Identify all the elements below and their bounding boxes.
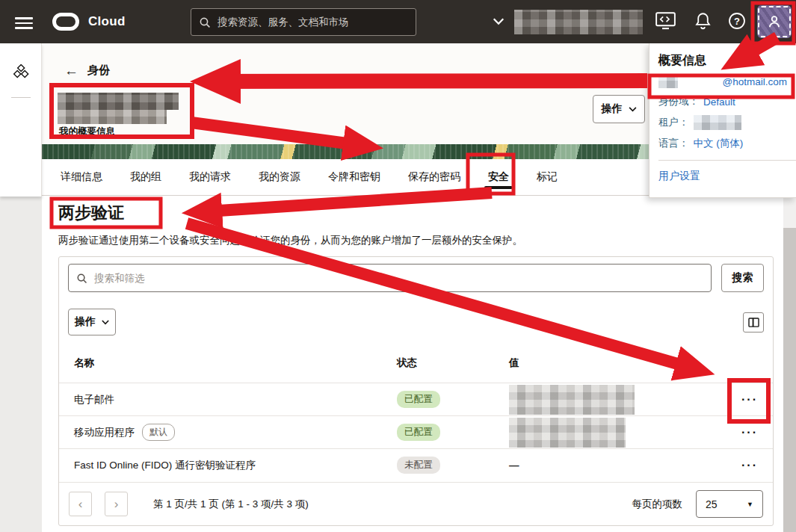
column-settings-button[interactable] <box>743 312 764 332</box>
filter-search-box[interactable] <box>68 264 712 292</box>
tab-my-requests[interactable]: 我的请求 <box>189 159 231 195</box>
chevron-down-icon <box>102 320 109 325</box>
per-page-select[interactable]: 25 ▼ <box>696 490 763 518</box>
tab-tokens-keys[interactable]: 令牌和密钥 <box>328 159 380 195</box>
breadcrumb[interactable]: 身份 <box>87 64 110 78</box>
search-icon <box>199 16 211 28</box>
domain-label: 身份域： <box>658 95 699 108</box>
per-page-value: 25 <box>706 498 718 510</box>
tab-tags[interactable]: 标记 <box>537 159 558 195</box>
dropdown-title: 概要信息 <box>658 53 796 69</box>
help-icon[interactable]: ? <box>727 12 747 30</box>
user-email-link[interactable]: @hotmail.com <box>723 76 787 87</box>
row-actions-ellipsis-button[interactable]: ··· <box>741 460 758 471</box>
page-title: 两步验证 <box>58 202 124 224</box>
top-header: Cloud ? <box>0 0 796 43</box>
notifications-bell-icon[interactable] <box>694 12 712 30</box>
row-actions-ellipsis-button[interactable]: ··· <box>741 427 758 439</box>
hamburger-menu-icon[interactable] <box>15 14 33 29</box>
chevron-down-icon <box>629 107 637 112</box>
column-header-status: 状态 <box>397 356 509 370</box>
user-name-redacted-line2 <box>58 110 167 124</box>
region-name-redacted[interactable] <box>514 10 643 34</box>
status-badge: 未配置 <box>397 457 440 474</box>
table-actions-button[interactable]: 操作 <box>68 309 116 335</box>
table-row-fido: Fast ID Online (FIDO) 通行密钥验证程序 未配置 — ··· <box>59 448 773 481</box>
user-settings-link[interactable]: 用户设置 <box>658 170 796 183</box>
table-row-email: 电子邮件 已配置 ··· <box>59 383 773 415</box>
column-header-name: 名称 <box>74 356 397 370</box>
row-actions-ellipsis-button[interactable]: ··· <box>741 394 758 406</box>
next-page-button[interactable]: › <box>105 492 128 516</box>
svg-text:?: ? <box>734 16 740 27</box>
columns-icon <box>748 318 759 327</box>
value-redacted <box>509 385 635 415</box>
tenant-label: 租户： <box>658 116 689 129</box>
domain-value[interactable]: Default <box>703 96 735 108</box>
scrollbar-thumb[interactable] <box>783 228 796 532</box>
previous-page-button[interactable]: ‹ <box>69 492 92 516</box>
user-name-redacted <box>58 93 179 110</box>
search-icon <box>76 273 87 284</box>
search-button[interactable]: 搜索 <box>721 264 764 292</box>
factor-name: Fast ID Online (FIDO) 通行密钥验证程序 <box>74 459 256 472</box>
profile-actions-button[interactable]: 操作 <box>593 95 645 123</box>
two-step-verification-panel: 搜索 操作 名称 状态 值 <box>58 256 774 526</box>
oracle-logo-icon[interactable] <box>52 13 79 31</box>
rail-background <box>0 197 42 532</box>
tab-saved-passwords[interactable]: 保存的密码 <box>408 159 460 195</box>
status-badge: 已配置 <box>397 424 440 441</box>
pagination-summary: 第 1 页/共 1 页 (第 1 - 3 项/共 3 项) <box>153 498 309 511</box>
brand-label[interactable]: Cloud <box>88 14 126 29</box>
value-redacted <box>509 418 626 448</box>
profile-caption: 我的概要信息 <box>59 126 115 138</box>
default-tag: 默认 <box>142 424 175 441</box>
table-row-mobile-app: 移动应用程序 默认 已配置 ··· <box>59 415 773 448</box>
select-caret-icon: ▼ <box>747 501 753 508</box>
left-nav-rail <box>0 43 42 197</box>
tab-my-resources[interactable]: 我的资源 <box>259 159 300 195</box>
page-description: 两步验证通过使用第二个设备或安全问题来验证您的身份，从而为您的账户增加了一层额外… <box>58 234 522 247</box>
tab-my-groups[interactable]: 我的组 <box>130 159 161 195</box>
security-tab-body: 两步验证 两步验证通过使用第二个设备或安全问题来验证您的身份，从而为您的账户增加… <box>42 196 796 532</box>
rail-divider <box>11 97 31 98</box>
user-profile-dropdown: 概要信息 @hotmail.com 身份域： Default 租户： 语言： 中… <box>649 43 796 198</box>
user-avatar[interactable] <box>757 5 792 38</box>
cloud-shell-icon[interactable] <box>655 12 676 30</box>
pagination-bar: ‹ › 第 1 页/共 1 页 (第 1 - 3 项/共 3 项) 每页的项数 … <box>59 482 773 525</box>
oracle-cloud-console: Cloud ? ← 身份 我的概要信息 操作 <box>0 0 796 532</box>
domains-cubes-icon[interactable] <box>13 64 29 79</box>
language-value[interactable]: 中文 (简体) <box>694 137 744 150</box>
table-header-row: 名称 状态 值 <box>59 343 773 383</box>
factor-name: 电子邮件 <box>74 393 114 406</box>
per-page-label: 每页的项数 <box>632 498 683 511</box>
scrollbar-track[interactable] <box>783 198 796 532</box>
verification-factors-table: 名称 状态 值 电子邮件 已配置 ··· 移动应用程序 <box>59 343 773 481</box>
language-label: 语言： <box>658 137 689 150</box>
global-search-box[interactable] <box>191 8 416 36</box>
column-header-value: 值 <box>509 356 728 370</box>
status-badge: 已配置 <box>397 391 440 408</box>
tab-security[interactable]: 安全 <box>488 159 509 195</box>
back-arrow-icon[interactable]: ← <box>64 64 78 78</box>
tab-details[interactable]: 详细信息 <box>61 159 102 195</box>
global-search-input[interactable] <box>217 16 397 28</box>
dropdown-divider <box>658 160 796 161</box>
factor-name: 移动应用程序 <box>74 426 135 439</box>
person-icon <box>766 13 783 30</box>
tenant-value-redacted <box>694 115 741 130</box>
empty-value-dash: — <box>509 460 519 471</box>
email-prefix-redacted <box>658 75 678 88</box>
region-chevron-down-icon[interactable] <box>493 18 505 25</box>
filter-search-input[interactable] <box>94 273 703 284</box>
